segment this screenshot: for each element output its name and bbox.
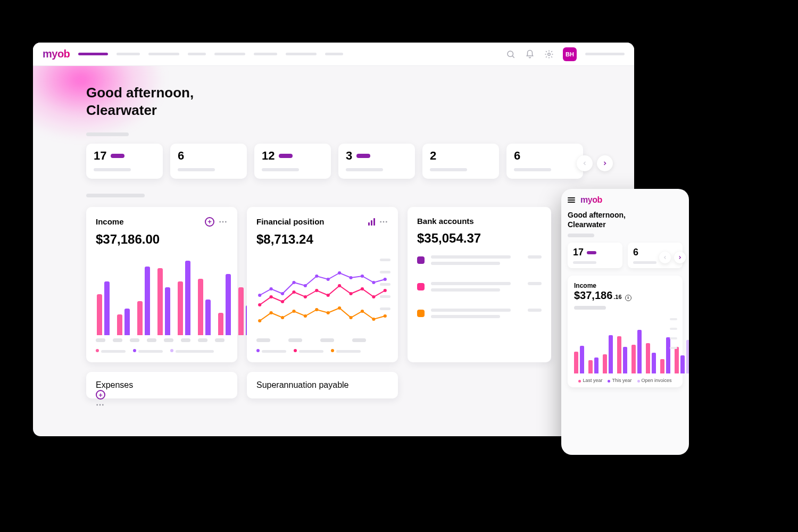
expenses-card[interactable]: Expenses + ⋯ (86, 372, 237, 398)
metric-badge (111, 154, 124, 158)
bell-icon[interactable] (525, 49, 535, 60)
metric-card[interactable]: 12 (254, 144, 331, 179)
desktop-window: myob BH Good afternoon, Clearwater (33, 43, 634, 436)
card-title: Income (96, 217, 201, 226)
svg-point-17 (281, 300, 284, 303)
svg-point-31 (304, 314, 307, 318)
svg-point-32 (315, 308, 318, 311)
nav-item[interactable] (286, 53, 317, 55)
svg-point-3 (258, 294, 261, 297)
bank-account-row[interactable] (417, 255, 542, 268)
nav-item[interactable] (117, 53, 140, 55)
more-icon[interactable]: ⋯ (96, 400, 105, 409)
search-icon[interactable] (505, 49, 516, 60)
svg-point-9 (327, 278, 330, 281)
bank-account-row[interactable] (417, 282, 542, 295)
nav-item[interactable] (148, 53, 179, 55)
svg-point-19 (304, 295, 307, 298)
page-greeting: Good afternoon, Clearwater (86, 84, 613, 119)
svg-point-11 (349, 276, 352, 279)
card-title: Bank accounts (417, 217, 542, 226)
financial-amount: $8,713.24 (256, 232, 388, 247)
svg-point-15 (258, 303, 261, 306)
svg-point-24 (361, 287, 364, 290)
metrics-next-button[interactable] (597, 155, 613, 171)
svg-point-6 (292, 281, 295, 284)
gear-icon[interactable] (544, 49, 554, 60)
svg-point-8 (315, 275, 318, 278)
section-label-placeholder (86, 132, 129, 136)
bank-account-row[interactable] (417, 309, 542, 321)
section-label-placeholder (86, 194, 145, 197)
greeting-line-1: Good afternoon, (86, 84, 613, 102)
metric-card[interactable]: 6 (170, 144, 247, 179)
svg-point-34 (338, 306, 341, 310)
metric-card[interactable]: 2 (422, 144, 499, 179)
metric-card[interactable]: 17 (86, 144, 163, 179)
chart-icon[interactable] (368, 218, 375, 226)
svg-point-20 (315, 289, 318, 292)
more-icon[interactable]: ⋯ (379, 217, 388, 227)
nav-item[interactable] (254, 53, 277, 55)
svg-point-5 (281, 292, 284, 295)
svg-point-29 (281, 316, 284, 319)
svg-point-0 (508, 51, 513, 57)
card-title: Superannuation payable (256, 380, 388, 390)
metric-card[interactable]: 6 (506, 144, 583, 179)
income-amount: $37,186.00 (96, 232, 228, 247)
svg-point-12 (361, 275, 364, 278)
account-color-swatch (417, 310, 425, 317)
svg-point-16 (270, 295, 273, 298)
mobile-metrics-next[interactable] (674, 252, 686, 263)
nav-item[interactable] (325, 53, 343, 55)
more-icon[interactable]: ⋯ (219, 217, 228, 227)
svg-point-30 (292, 310, 295, 313)
income-card[interactable]: Income + ⋯ $37,186.00 (86, 207, 237, 362)
metric-badge (356, 154, 370, 158)
svg-point-28 (270, 311, 273, 314)
metric-strip: 17 6 12 3 2 6 (86, 144, 613, 179)
avatar[interactable]: BH (563, 47, 577, 61)
income-bar-chart (96, 255, 228, 335)
add-icon[interactable]: + (205, 217, 214, 227)
metric-value: 6 (178, 149, 184, 163)
svg-point-10 (338, 271, 341, 275)
account-color-swatch (417, 283, 425, 290)
metric-value: 3 (346, 149, 352, 163)
metric-value: 12 (262, 149, 275, 163)
svg-point-27 (258, 319, 261, 322)
svg-point-22 (338, 284, 341, 287)
account-color-swatch (417, 256, 425, 264)
metric-value: 2 (430, 149, 436, 163)
financial-legend (256, 345, 388, 355)
bank-accounts-card[interactable]: Bank accounts $35,054.37 (408, 207, 551, 362)
financial-line-chart (256, 255, 388, 335)
card-title: Expenses (96, 380, 228, 390)
metric-value: 6 (514, 149, 520, 163)
svg-point-25 (372, 295, 375, 298)
svg-point-23 (349, 292, 352, 295)
metrics-prev-button[interactable] (577, 155, 593, 171)
financial-position-card[interactable]: Financial position ⋯ $8,713.24 (247, 207, 398, 362)
income-legend (96, 345, 228, 355)
greeting-line-2: Clearwater (86, 102, 613, 119)
superannuation-card[interactable]: Superannuation payable (247, 372, 398, 398)
nav-item[interactable] (214, 53, 245, 55)
mobile-metrics-prev[interactable] (659, 252, 671, 263)
svg-point-21 (327, 294, 330, 297)
nav-item[interactable] (188, 53, 206, 55)
metric-value: 17 (94, 149, 106, 163)
brand-logo[interactable]: myob (43, 48, 70, 60)
svg-point-33 (327, 311, 330, 314)
svg-point-4 (270, 287, 273, 290)
bank-amount: $35,054.37 (417, 231, 542, 246)
nav-item-active[interactable] (78, 53, 108, 55)
card-title: Financial position (256, 217, 364, 226)
add-icon[interactable]: + (96, 390, 105, 400)
metric-card[interactable]: 3 (338, 144, 415, 179)
metric-badge (279, 154, 293, 158)
svg-point-36 (361, 310, 364, 313)
svg-line-1 (512, 56, 514, 57)
svg-point-7 (304, 284, 307, 287)
svg-point-13 (372, 281, 375, 284)
